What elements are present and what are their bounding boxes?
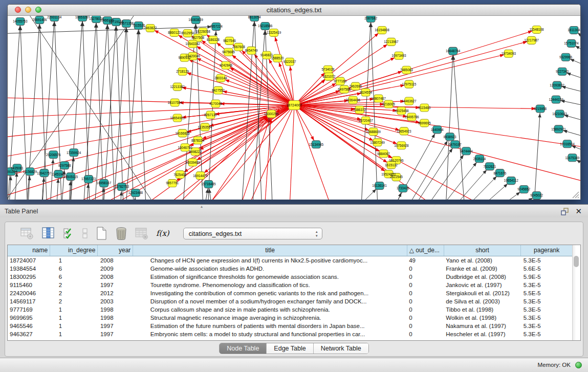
table-panel-header[interactable]: ▴ Table Panel ✕ <box>0 204 588 218</box>
table-cell[interactable]: 1 <box>50 322 98 330</box>
table-cell[interactable]: 1997 <box>98 330 133 338</box>
table-cell[interactable]: Genome-wide association studies in ADHD. <box>133 265 407 273</box>
graph-edge[interactable] <box>481 195 537 200</box>
column-header-short[interactable]: short <box>444 245 521 256</box>
table-row[interactable]: 977716911998Corpus callosum shape and si… <box>8 305 573 314</box>
window-resize-grip[interactable] <box>571 190 579 199</box>
table-cell[interactable]: Changes of HCN gene expression and I(f) … <box>133 256 407 265</box>
table-cell[interactable]: 6 <box>50 273 98 281</box>
graph-edge[interactable] <box>185 58 294 105</box>
table-cell[interactable]: 49 <box>407 256 444 265</box>
table-cell[interactable]: 9777169 <box>8 305 50 314</box>
table-cell[interactable]: 2008 <box>98 256 133 265</box>
table-cell[interactable]: 14569117 <box>8 297 50 305</box>
table-cell[interactable]: 18724007 <box>8 256 50 265</box>
graph-edge[interactable] <box>335 186 380 200</box>
table-row[interactable]: 946554611997Estimation of the future num… <box>8 322 573 330</box>
table-cell[interactable]: 1997 <box>98 281 133 289</box>
table-row[interactable]: 1830029562008Estimation of significance … <box>8 273 573 281</box>
table-cell[interactable]: 19384554 <box>8 265 50 273</box>
table-cell[interactable]: 0 <box>407 273 444 281</box>
create-column-icon[interactable] <box>96 227 107 240</box>
table-cell[interactable]: 9115460 <box>8 281 50 289</box>
table-row[interactable]: 1456911722003Disruption of a novel membe… <box>8 297 573 305</box>
table-scrollbar-thumb[interactable] <box>574 256 579 267</box>
graph-edge[interactable] <box>453 51 466 200</box>
table-cell[interactable]: 22420046 <box>8 289 50 297</box>
graph-edge[interactable] <box>289 105 294 200</box>
graph-edge[interactable] <box>172 105 294 184</box>
table-cell[interactable]: 0 <box>407 305 444 314</box>
delete-column-trash-icon[interactable] <box>115 227 127 240</box>
table-cell[interactable]: Embryonic stem cells: a model to study s… <box>133 330 407 338</box>
column-header-year[interactable]: year <box>98 245 133 256</box>
graph-edge[interactable] <box>82 17 91 200</box>
column-header-out_de[interactable]: △ out_de... <box>407 245 444 256</box>
close-traffic-light-icon[interactable] <box>15 7 21 13</box>
table-row[interactable]: 1872400712008Changes of HCN gene express… <box>8 256 573 265</box>
row-height-icon[interactable] <box>82 227 88 240</box>
table-cell[interactable]: Estimation of significance thresholds fo… <box>133 273 407 281</box>
table-row[interactable]: 911546021997Tourette syndrome. Phenomeno… <box>8 281 573 289</box>
table-cell[interactable]: 2003 <box>98 297 133 305</box>
table-cell[interactable]: 1 <box>50 330 98 338</box>
graph-edge[interactable] <box>444 173 500 200</box>
table-cell[interactable]: Nakamura et al. (1997) <box>444 322 521 330</box>
tab-node-table[interactable]: Node Table <box>220 343 267 354</box>
graph-edge[interactable] <box>93 20 107 200</box>
table-cell[interactable]: 2 <box>50 281 98 289</box>
network-graph[interactable]: 1872400718300295746382288601238912954182… <box>8 16 580 200</box>
graph-edge[interactable] <box>423 159 480 200</box>
table-row[interactable]: 2242004622012Investigating the contribut… <box>8 289 573 297</box>
table-row[interactable]: 1938455462009Genome-wide association stu… <box>8 265 573 273</box>
column-header-in_degree[interactable]: in_degree <box>50 245 98 256</box>
graph-edge[interactable] <box>124 26 139 200</box>
table-cell[interactable]: 1 <box>50 314 98 322</box>
table-cell[interactable]: 1997 <box>98 322 133 330</box>
table-cell[interactable]: 5.3E-5 <box>521 330 573 338</box>
table-cell[interactable]: 0 <box>407 330 444 338</box>
table-cell[interactable]: 9699695 <box>8 314 50 322</box>
table-cell[interactable]: 1 <box>50 256 98 265</box>
table-cell[interactable]: Investigating the contribution of common… <box>133 289 407 297</box>
table-cell[interactable]: 5.3E-5 <box>521 281 573 289</box>
graph-edge[interactable] <box>294 105 580 185</box>
graph-edge[interactable] <box>102 22 116 200</box>
network-window-titlebar[interactable]: citations_edges.txt <box>8 5 580 16</box>
delete-table-icon[interactable] <box>135 227 148 240</box>
table-cell[interactable]: Yano et al. (2008) <box>444 256 521 265</box>
close-panel-icon[interactable]: ✕ <box>575 207 582 215</box>
table-cell[interactable]: 2 <box>50 297 98 305</box>
table-cell[interactable]: Dudbridge et al. (2008) <box>444 273 521 281</box>
table-cell[interactable]: 1998 <box>98 305 133 314</box>
table-cell[interactable]: 0 <box>407 265 444 273</box>
column-header-title[interactable]: title <box>133 245 407 256</box>
column-header-pagerank[interactable]: pagerank <box>521 245 573 256</box>
graph-edge[interactable] <box>8 105 294 180</box>
table-cell[interactable]: Franke et al. (2009) <box>444 265 521 273</box>
tab-network-table[interactable]: Network Table <box>314 343 368 354</box>
graph-edge[interactable] <box>294 105 401 146</box>
table-selector-dropdown[interactable]: citations_edges.txt ▲▼ <box>183 228 322 239</box>
network-canvas-area[interactable]: 1872400718300295746382288601238912954182… <box>8 16 580 200</box>
table-cell[interactable]: 1 <box>50 305 98 314</box>
table-cell[interactable]: 18300295 <box>8 273 50 281</box>
tab-edge-table[interactable]: Edge Table <box>267 343 313 354</box>
table-cell[interactable]: 5.5E-5 <box>521 289 573 297</box>
table-cell[interactable]: Structural magnetic resonance image aver… <box>133 314 407 322</box>
table-cell[interactable]: 5.9E-5 <box>521 273 573 281</box>
memory-status-indicator[interactable] <box>575 362 582 368</box>
select-columns-icon[interactable] <box>63 227 74 240</box>
table-cell[interactable]: 6 <box>50 265 98 273</box>
table-row[interactable]: 969969511998Structural magnetic resonanc… <box>8 314 573 322</box>
splitter-handle-icon[interactable]: ▴ <box>201 205 203 209</box>
table-scrollbar[interactable] <box>572 245 580 340</box>
function-builder-icon[interactable]: f(x) <box>156 229 169 238</box>
table-cell[interactable]: 5.3E-5 <box>521 305 573 314</box>
table-cell[interactable]: Disruption of a novel member of a sodium… <box>133 297 407 305</box>
table-cell[interactable]: 9463627 <box>8 330 50 338</box>
table-cell[interactable]: 9465546 <box>8 322 50 330</box>
table-cell[interactable]: 1998 <box>98 314 133 322</box>
graph-edge[interactable] <box>126 24 135 200</box>
graph-edge[interactable] <box>96 19 104 200</box>
